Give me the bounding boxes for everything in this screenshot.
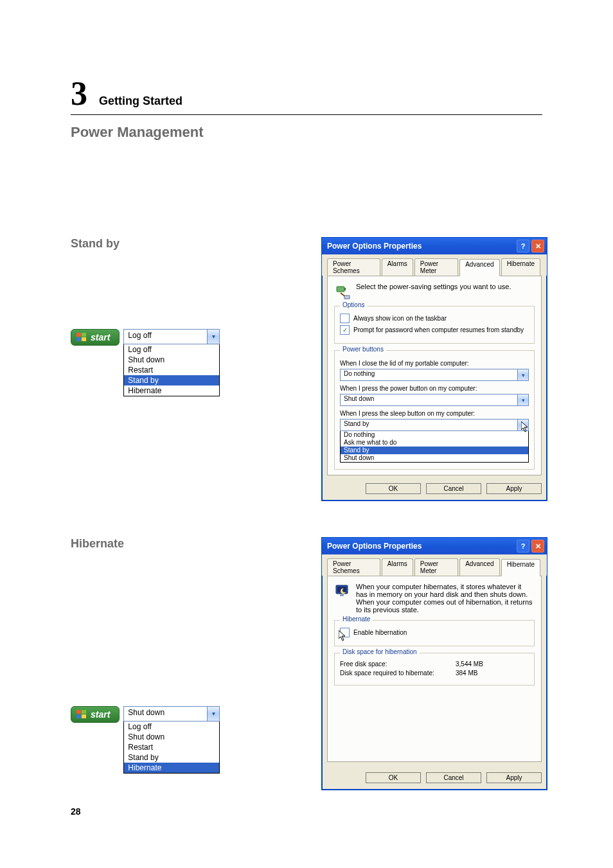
shutdown-dropdown[interactable]: Log off ▾ Log off Shut down Restart Stan… (123, 329, 220, 396)
group-legend: Hibernate (340, 616, 373, 623)
tab-power-schemes[interactable]: Power Schemes (327, 558, 380, 576)
dialog-intro: Select the power-saving settings you wan… (356, 283, 511, 290)
tab-alarms[interactable]: Alarms (382, 558, 413, 576)
chevron-down-icon[interactable]: ▾ (517, 369, 528, 380)
enable-hibernation-label: Enable hibernation (353, 629, 407, 636)
dropdown-item[interactable]: Stand by (124, 752, 219, 763)
close-button[interactable]: ✕ (531, 240, 544, 252)
cursor-icon (521, 421, 530, 433)
monitor-moon-icon (334, 583, 351, 599)
section-title: Power Management (71, 124, 542, 141)
dropdown-item-highlighted[interactable]: Hibernate (124, 763, 219, 773)
tab-alarms[interactable]: Alarms (382, 258, 413, 276)
sleep-button-options[interactable]: Do nothing Ask me what to do Stand by Sh… (340, 431, 529, 463)
svg-rect-5 (344, 288, 346, 290)
free-disk-label: Free disk space: (340, 660, 443, 668)
dropdown-item[interactable]: Hibernate (124, 385, 219, 396)
start-button-label: start (91, 709, 110, 720)
sleep-button-combo[interactable]: Stand by ▾ (340, 419, 529, 431)
shutdown-dropdown[interactable]: Shut down ▾ Log off Shut down Restart St… (123, 706, 220, 774)
power-options-dialog-hibernate: Power Options Properties ? ✕ Power Schem… (321, 537, 547, 790)
svg-rect-8 (82, 710, 86, 714)
dialog-title: Power Options Properties (327, 242, 422, 251)
dialog-titlebar[interactable]: Power Options Properties ? ✕ (322, 538, 547, 554)
dropdown-item[interactable]: Shut down (124, 732, 219, 742)
start-button-label: start (91, 332, 110, 342)
power-button-combo[interactable]: Shut down ▾ (340, 394, 529, 406)
ok-button[interactable]: OK (366, 483, 421, 494)
chevron-down-icon[interactable]: ▾ (207, 330, 219, 344)
dialog-title: Power Options Properties (327, 542, 422, 551)
tab-hibernate[interactable]: Hibernate (501, 559, 540, 576)
prompt-password-checkbox[interactable]: ✓ (340, 325, 350, 335)
dialog-titlebar[interactable]: Power Options Properties ? ✕ (322, 238, 547, 254)
combo-option[interactable]: Shut down (341, 454, 528, 462)
tab-power-schemes[interactable]: Power Schemes (327, 258, 380, 276)
chapter-title: Getting Started (99, 94, 182, 108)
ok-button[interactable]: OK (366, 772, 421, 783)
lid-close-combo[interactable]: Do nothing ▾ (340, 369, 529, 381)
page-number: 28 (71, 806, 81, 817)
required-disk-label: Disk space required to hibernate: (340, 669, 443, 677)
svg-rect-4 (337, 287, 344, 292)
apply-button[interactable]: Apply (486, 772, 542, 783)
svg-rect-10 (82, 714, 86, 718)
help-button[interactable]: ? (517, 540, 529, 553)
lid-close-value: Do nothing (341, 369, 517, 380)
svg-rect-9 (76, 714, 81, 718)
svg-rect-7 (76, 710, 81, 714)
dropdown-item-highlighted[interactable]: Stand by (124, 375, 219, 385)
windows-flag-icon (76, 333, 87, 342)
dropdown-item[interactable]: Log off (124, 722, 219, 732)
chapter-rule (71, 114, 542, 115)
tab-power-meter[interactable]: Power Meter (414, 558, 458, 576)
power-buttons-group: Power buttons When I close the lid of my… (334, 350, 535, 470)
svg-rect-3 (82, 337, 86, 341)
prompt-password-label: Prompt for password when computer resume… (353, 326, 524, 333)
power-button-value: Shut down (341, 394, 517, 405)
shutdown-dropdown-selected: Shut down (124, 707, 207, 721)
combo-option[interactable]: Ask me what to do (341, 439, 528, 447)
tab-hibernate[interactable]: Hibernate (501, 258, 540, 276)
options-group: Options Always show icon on the taskbar … (334, 306, 535, 344)
apply-button[interactable]: Apply (486, 483, 542, 494)
chevron-down-icon[interactable]: ▾ (207, 707, 219, 721)
tab-power-meter[interactable]: Power Meter (414, 258, 458, 276)
svg-rect-2 (76, 337, 81, 341)
dialog-tabs: Power Schemes Alarms Power Meter Advance… (322, 554, 547, 576)
lid-close-label: When I close the lid of my portable comp… (340, 360, 529, 367)
start-button[interactable]: start (71, 706, 120, 723)
shutdown-dropdown-list[interactable]: Log off Shut down Restart Stand by Hiber… (123, 344, 220, 396)
hibernate-group: Hibernate Enable hibernation (334, 620, 535, 646)
combo-option-highlighted[interactable]: Stand by (341, 447, 528, 454)
sleep-button-value: Stand by (341, 420, 517, 430)
free-disk-value: 3,544 MB (456, 660, 483, 668)
hibernate-heading: Hibernate (71, 537, 296, 551)
show-icon-checkbox[interactable] (340, 314, 350, 323)
dropdown-item[interactable]: Restart (124, 365, 219, 375)
svg-rect-1 (82, 333, 86, 337)
dropdown-item[interactable]: Log off (124, 344, 219, 355)
cancel-button[interactable]: Cancel (426, 483, 481, 494)
start-button[interactable]: start (71, 329, 120, 346)
group-legend: Disk space for hibernation (340, 648, 420, 655)
dropdown-item[interactable]: Shut down (124, 355, 219, 365)
windows-flag-icon (76, 710, 87, 719)
shutdown-dropdown-list[interactable]: Log off Shut down Restart Stand by Hiber… (123, 722, 220, 774)
standby-heading: Stand by (71, 237, 296, 251)
chapter-number: 3 (71, 77, 87, 111)
svg-rect-0 (76, 333, 81, 337)
help-button[interactable]: ? (517, 240, 529, 252)
tab-advanced[interactable]: Advanced (459, 259, 499, 276)
group-legend: Options (340, 301, 367, 308)
svg-rect-6 (344, 296, 350, 299)
chevron-down-icon[interactable]: ▾ (517, 394, 528, 405)
shutdown-dropdown-selected: Log off (124, 330, 207, 344)
cancel-button[interactable]: Cancel (426, 772, 481, 783)
combo-option[interactable]: Do nothing (341, 431, 528, 439)
disk-space-group: Disk space for hibernation Free disk spa… (334, 653, 535, 686)
dropdown-item[interactable]: Restart (124, 742, 219, 752)
tab-advanced[interactable]: Advanced (459, 558, 499, 576)
dialog-tabs: Power Schemes Alarms Power Meter Advance… (322, 254, 547, 276)
close-button[interactable]: ✕ (531, 540, 544, 553)
